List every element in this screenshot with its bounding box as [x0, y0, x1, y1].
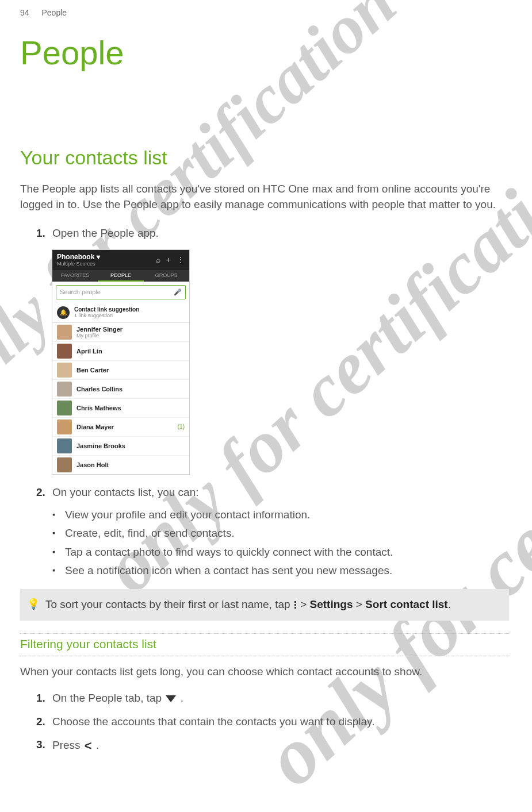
step-number: 2.: [36, 714, 45, 730]
contact-count: (1): [178, 424, 185, 430]
add-icon: +: [166, 255, 171, 264]
bullet-item: Tap a contact photo to find ways to quic…: [52, 545, 509, 560]
section-heading: Your contacts list: [20, 147, 509, 169]
avatar: [57, 382, 72, 397]
contact-row: Jason Holt: [52, 456, 189, 474]
avatar: [57, 420, 72, 434]
step-number: 3.: [36, 737, 45, 753]
contact-row: Charles Collins: [52, 380, 189, 399]
step-text: Open the People app.: [52, 227, 159, 239]
menu-icon: ⋮: [177, 255, 185, 264]
contact-name: Jason Holt: [76, 461, 109, 468]
tip-post: .: [448, 598, 451, 610]
separator: [20, 656, 509, 656]
tip-box: 💡 To sort your contacts by their first o…: [20, 589, 509, 621]
page-number: 94: [20, 8, 29, 17]
tip-sort: Sort contact list: [365, 598, 448, 610]
step-text: On your contacts list, you can:: [52, 486, 199, 498]
contact-name: Charles Collins: [76, 386, 123, 392]
filter-step-3: 3. Press < .: [36, 737, 509, 755]
dropdown-icon: [166, 695, 176, 702]
bullet-item: See a notification icon when a contact h…: [52, 563, 509, 579]
contact-name: Ben Carter: [76, 367, 109, 374]
tab-people: PEOPLE: [98, 270, 143, 282]
filter-intro: When your contacts list gets long, you c…: [20, 664, 509, 680]
contact-row: April Lin: [52, 342, 189, 361]
search-icon: ⌕: [156, 255, 160, 264]
avatar: [57, 401, 72, 415]
people-app-screenshot: Phonebook ▾ Multiple Sources ⌕ + ⋮ FAVOR…: [52, 249, 190, 475]
avatar: [57, 344, 72, 359]
ss-tabs: FAVORITES PEOPLE GROUPS: [52, 270, 189, 282]
contact-row: Ben Carter: [52, 361, 189, 380]
tip-sep: >: [356, 598, 365, 610]
step-number: 2.: [36, 485, 45, 501]
tab-groups: GROUPS: [144, 270, 189, 282]
avatar: [57, 457, 72, 472]
mic-icon: 🎤: [174, 288, 182, 296]
step-1: 1. Open the People app.: [36, 226, 509, 241]
link-sugg-sub: 1 link suggestion: [74, 313, 139, 318]
filter-step-1: 1. On the People tab, tap .: [36, 691, 509, 706]
ss-header-sub: Multiple Sources: [57, 261, 100, 267]
intro-paragraph: The People app lists all contacts you've…: [20, 182, 509, 212]
contact-sub: My profile: [76, 333, 123, 338]
step-text: Choose the accounts that contain the con…: [52, 715, 375, 728]
more-icon: [294, 601, 296, 609]
step-number: 1.: [36, 226, 45, 241]
bullet-item: View your profile and edit your contact …: [52, 507, 509, 523]
separator: [20, 633, 509, 634]
step-post: .: [181, 692, 183, 704]
contact-name: Jasmine Brooks: [76, 442, 125, 449]
lightbulb-icon: 💡: [27, 597, 37, 611]
contact-row: Chris Mathews: [52, 399, 189, 418]
contact-name: Chris Mathews: [76, 405, 121, 411]
bullet-item: Create, edit, find, or send contacts.: [52, 526, 509, 541]
contact-row: Diana Mayer (1): [52, 418, 189, 437]
subsection-heading: Filtering your contacts list: [20, 635, 509, 653]
page-header: 94 People: [20, 8, 509, 17]
page-title: People: [20, 33, 509, 72]
filter-step-2: 2. Choose the accounts that contain the …: [36, 714, 509, 730]
contact-name: Diana Mayer: [76, 424, 114, 430]
contact-row: Jasmine Brooks: [52, 437, 189, 456]
back-icon: <: [85, 737, 92, 755]
ss-header: Phonebook ▾ Multiple Sources ⌕ + ⋮: [52, 250, 189, 270]
step-post: .: [96, 740, 99, 752]
tip-settings: Settings: [310, 598, 353, 610]
step-2: 2. On your contacts list, you can: View …: [36, 485, 509, 579]
step-number: 1.: [36, 691, 45, 706]
contact-name: April Lin: [76, 348, 102, 355]
page-content: 94 People People Your contacts list The …: [0, 0, 532, 786]
contact-row: Jennifer Singer My profile: [52, 323, 189, 342]
avatar: [57, 438, 72, 453]
avatar: [57, 325, 72, 340]
link-sugg-title: Contact link suggestion: [74, 306, 139, 313]
bell-icon: 🔔: [57, 306, 70, 319]
tip-pre: To sort your contacts by their first or …: [45, 598, 293, 610]
step-pre: On the People tab, tap: [52, 692, 164, 704]
tab-favorites: FAVORITES: [52, 270, 98, 282]
ss-header-icons: ⌕ + ⋮: [156, 255, 185, 264]
contact-name: Jennifer Singer: [76, 326, 123, 333]
step-pre: Press: [52, 740, 83, 752]
ss-header-title: Phonebook ▾: [57, 253, 100, 261]
header-section: People: [41, 8, 67, 17]
ss-link-suggestion: 🔔 Contact link suggestion 1 link suggest…: [52, 303, 189, 323]
tip-text: To sort your contacts by their first or …: [45, 597, 451, 613]
avatar: [57, 363, 72, 378]
search-placeholder: Search people: [60, 288, 101, 295]
ss-search-box: Search people 🎤: [56, 285, 186, 299]
tip-sep: >: [300, 598, 309, 610]
